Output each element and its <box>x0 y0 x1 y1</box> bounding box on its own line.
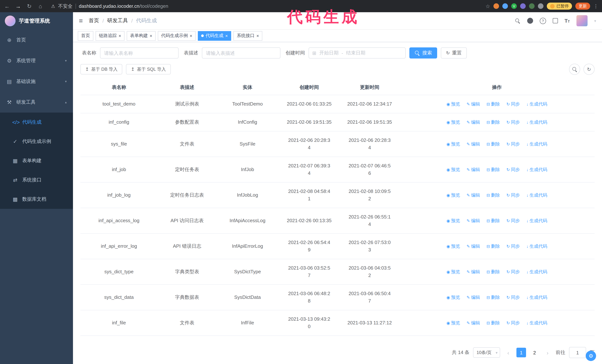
tab-codegen[interactable]: 代码生成× <box>198 31 231 41</box>
font-size-icon[interactable]: TT <box>565 18 570 24</box>
date-range-picker[interactable]: ⊞ 开始日期 - 结束日期 <box>309 47 406 59</box>
delete-link[interactable]: ⊟删除 <box>486 242 500 250</box>
generate-code-link[interactable]: ↓生成代码 <box>527 242 547 250</box>
sync-link[interactable]: ↻同步 <box>506 166 520 173</box>
delete-link[interactable]: ⊟删除 <box>486 191 500 199</box>
sync-link[interactable]: ↻同步 <box>506 319 520 327</box>
sync-link[interactable]: ↻同步 <box>506 268 520 275</box>
sidebar-item-system-api[interactable]: ⇄ 系统接口 <box>0 170 73 190</box>
reload-icon[interactable]: ↻ <box>26 3 32 10</box>
edit-link[interactable]: ✎编辑 <box>467 217 480 224</box>
preview-link[interactable]: ◉预览 <box>446 242 460 250</box>
preview-link[interactable]: ◉预览 <box>446 191 460 199</box>
close-icon[interactable]: × <box>118 33 121 38</box>
sidebar-item-system-mgmt[interactable]: ⚙ 系统管理 ▾ <box>0 50 73 71</box>
sidebar-item-db-doc[interactable]: ▩ 数据库文档 <box>0 190 73 209</box>
sync-link[interactable]: ↻同步 <box>506 100 520 108</box>
preview-link[interactable]: ◉预览 <box>446 268 460 275</box>
avatar-caret-icon[interactable]: ▾ <box>594 19 596 23</box>
paused-badge[interactable]: 已暂停 <box>547 3 572 10</box>
tab-tracing[interactable]: 链路追踪× <box>96 31 124 41</box>
extensions-puzzle-icon[interactable] <box>538 3 543 9</box>
search-button[interactable]: 搜索 <box>409 47 437 59</box>
edit-link[interactable]: ✎编辑 <box>467 191 480 199</box>
sidebar-item-form-builder[interactable]: ▦ 表单构建 <box>0 151 73 170</box>
back-icon[interactable]: ← <box>4 3 10 9</box>
home-icon[interactable]: ⌂ <box>37 3 44 9</box>
extension-icon-dark-green[interactable] <box>529 3 535 9</box>
tab-form-builder[interactable]: 表单构建× <box>127 31 156 41</box>
help-icon[interactable]: ? <box>540 18 546 24</box>
sidebar-item-codegen-example[interactable]: ✓ 代码生成示例 <box>0 132 73 151</box>
edit-link[interactable]: ✎编辑 <box>467 294 480 301</box>
goto-page-input[interactable] <box>569 347 586 358</box>
page-button-1[interactable]: 1 <box>516 348 526 357</box>
floating-help-button[interactable]: ⚙ <box>586 351 596 361</box>
extension-icon-orange[interactable] <box>494 3 499 9</box>
preview-link[interactable]: ◉预览 <box>446 319 460 327</box>
generate-code-link[interactable]: ↓生成代码 <box>527 319 547 327</box>
sync-link[interactable]: ↻同步 <box>506 140 520 148</box>
next-page-button[interactable]: › <box>543 348 552 357</box>
tab-codegen-example[interactable]: 代码生成示例× <box>158 31 196 41</box>
preview-link[interactable]: ◉预览 <box>446 166 460 173</box>
close-icon[interactable]: × <box>256 33 259 38</box>
extension-icon-blue-drop[interactable] <box>502 3 508 9</box>
delete-link[interactable]: ⊟删除 <box>486 118 500 126</box>
preview-link[interactable]: ◉预览 <box>446 217 460 224</box>
edit-link[interactable]: ✎编辑 <box>467 242 480 250</box>
search-icon[interactable] <box>515 18 520 23</box>
delete-link[interactable]: ⊟删除 <box>486 140 500 148</box>
sidebar-item-infrastructure[interactable]: ▤ 基础设施 ▾ <box>0 71 73 92</box>
update-button[interactable]: 更新 <box>575 3 590 10</box>
generate-code-link[interactable]: ↓生成代码 <box>527 166 547 173</box>
prev-page-button[interactable]: ‹ <box>504 348 513 357</box>
breadcrumb-dev-tools[interactable]: 研发工具 <box>107 17 128 24</box>
edit-link[interactable]: ✎编辑 <box>467 268 480 275</box>
generate-code-link[interactable]: ↓生成代码 <box>527 191 547 199</box>
sync-link[interactable]: ↻同步 <box>506 217 520 224</box>
tab-home[interactable]: 首页 <box>78 31 93 41</box>
generate-code-link[interactable]: ↓生成代码 <box>527 118 547 126</box>
bookmark-star-icon[interactable]: ☆ <box>485 3 490 9</box>
preview-link[interactable]: ◉预览 <box>446 100 460 108</box>
close-icon[interactable]: × <box>225 33 228 38</box>
generate-code-link[interactable]: ↓生成代码 <box>527 100 547 108</box>
edit-link[interactable]: ✎编辑 <box>467 118 480 126</box>
extension-icon-green-v[interactable]: V <box>511 3 517 9</box>
extension-icon-purple[interactable] <box>520 3 526 9</box>
sync-link[interactable]: ↻同步 <box>506 118 520 126</box>
refresh-table-button[interactable]: ↻ <box>583 64 595 75</box>
preview-link[interactable]: ◉预览 <box>446 118 460 126</box>
import-sql-button[interactable]: ↥ 基于 SQL 导入 <box>126 64 171 74</box>
delete-link[interactable]: ⊟删除 <box>486 100 500 108</box>
delete-link[interactable]: ⊟删除 <box>486 294 500 301</box>
delete-link[interactable]: ⊟删除 <box>486 268 500 275</box>
sync-link[interactable]: ↻同步 <box>506 191 520 199</box>
forward-icon[interactable]: → <box>15 3 22 9</box>
table-desc-input[interactable] <box>202 47 280 59</box>
sync-link[interactable]: ↻同步 <box>506 294 520 301</box>
sidebar-item-codegen[interactable]: </> 代码生成 <box>0 113 73 132</box>
user-avatar[interactable] <box>576 15 588 26</box>
generate-code-link[interactable]: ↓生成代码 <box>527 217 547 224</box>
close-icon[interactable]: × <box>190 33 192 38</box>
address-bar[interactable]: ⚠ 不安全 dashboard.yudao.iocoder.cn/tool/co… <box>51 3 168 10</box>
generate-code-link[interactable]: ↓生成代码 <box>527 268 547 275</box>
generate-code-link[interactable]: ↓生成代码 <box>527 140 547 148</box>
browser-menu-icon[interactable]: ⋮ <box>593 3 598 9</box>
preview-link[interactable]: ◉预览 <box>446 294 460 301</box>
tab-system-api[interactable]: 系统接口× <box>233 31 262 41</box>
delete-link[interactable]: ⊟删除 <box>486 217 500 224</box>
page-size-select[interactable]: 10条/页 ▾ <box>473 347 500 358</box>
close-icon[interactable]: × <box>150 33 152 38</box>
edit-link[interactable]: ✎编辑 <box>467 100 480 108</box>
delete-link[interactable]: ⊟删除 <box>486 319 500 327</box>
sidebar-item-home[interactable]: ⊕ 首页 <box>0 30 73 50</box>
page-button-2[interactable]: 2 <box>530 348 539 357</box>
sync-link[interactable]: ↻同步 <box>506 242 520 250</box>
fullscreen-icon[interactable] <box>553 18 558 23</box>
toggle-search-button[interactable] <box>569 64 580 75</box>
edit-link[interactable]: ✎编辑 <box>467 166 480 173</box>
breadcrumb-home[interactable]: 首页 <box>89 17 99 24</box>
